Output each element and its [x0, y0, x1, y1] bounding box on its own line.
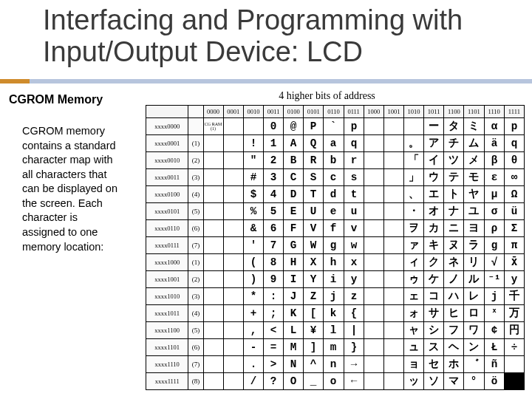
char-cell: 2 [264, 152, 284, 169]
char-cell: セ [424, 356, 444, 373]
char-cell: ト [444, 186, 464, 203]
char-cell [383, 169, 403, 186]
char-cell [203, 186, 223, 203]
char-cell [203, 237, 223, 254]
char-cell: ヲ [403, 220, 423, 237]
char-cell: N [284, 356, 304, 373]
row-header: xxxx0101 [146, 203, 188, 220]
char-cell [383, 339, 403, 356]
char-cell: ¥ [304, 322, 324, 339]
char-cell [364, 169, 383, 186]
char-cell: M [284, 339, 304, 356]
char-cell [223, 339, 243, 356]
char-cell: g [484, 237, 504, 254]
char-cell: キ [424, 237, 444, 254]
char-cell: ス [424, 339, 444, 356]
char-cell [364, 373, 383, 390]
char-cell: - [243, 339, 263, 356]
char-cell: / [243, 373, 263, 390]
title-rule [0, 77, 532, 86]
char-cell: 」 [403, 169, 423, 186]
char-cell: 8 [264, 254, 284, 271]
char-cell [223, 288, 243, 305]
col-header: 1100 [444, 106, 464, 118]
char-cell: ォ [403, 305, 423, 322]
char-cell: ハ [444, 288, 464, 305]
char-cell: ; [264, 305, 284, 322]
char-cell [223, 254, 243, 271]
char-cell [203, 373, 223, 390]
char-cell: s [344, 169, 364, 186]
char-cell: ∞ [504, 169, 524, 186]
char-cell: Z [304, 288, 324, 305]
char-cell: P [304, 118, 324, 135]
char-cell: ミ [464, 118, 484, 135]
char-cell: _ [304, 373, 324, 390]
char-cell: z [344, 288, 364, 305]
char-cell: T [304, 186, 324, 203]
char-cell: j [484, 288, 504, 305]
row-index: (7) [188, 237, 203, 254]
char-cell: タ [444, 118, 464, 135]
char-cell: * [243, 288, 263, 305]
col-header: 1001 [383, 106, 403, 118]
char-cell [223, 237, 243, 254]
row-index: (3) [188, 169, 203, 186]
char-cell: m [324, 339, 344, 356]
col-header: 0001 [223, 106, 243, 118]
char-cell [223, 220, 243, 237]
char-cell: i [324, 271, 344, 288]
char-cell [383, 220, 403, 237]
char-cell [223, 135, 243, 152]
col-header: 1010 [403, 106, 423, 118]
row-header: xxxx1000 [146, 254, 188, 271]
char-cell [383, 152, 403, 169]
char-cell: ^ [304, 356, 324, 373]
char-cell [203, 254, 223, 271]
slide: Interfacing and Programming with Input/O… [0, 0, 532, 399]
char-cell: < [264, 322, 284, 339]
col-header: 1000 [364, 106, 383, 118]
char-cell [203, 339, 223, 356]
char-cell: p [504, 118, 524, 135]
row-header: xxxx1010 [146, 288, 188, 305]
char-cell: ) [243, 271, 263, 288]
char-cell [203, 322, 223, 339]
char-cell: o [324, 373, 344, 390]
char-cell: l [324, 322, 344, 339]
char-cell [383, 356, 403, 373]
char-cell [383, 305, 403, 322]
char-cell [243, 118, 263, 135]
char-cell: I [284, 271, 304, 288]
row-header: xxxx0010 [146, 152, 188, 169]
char-cell: ヨ [464, 220, 484, 237]
char-cell: π [504, 237, 524, 254]
char-cell: μ [484, 186, 504, 203]
char-cell: ヤ [464, 186, 484, 203]
char-cell: ヌ [444, 237, 464, 254]
row-index [188, 118, 203, 135]
char-cell: オ [424, 203, 444, 220]
char-cell: y [344, 271, 364, 288]
char-cell: b [324, 152, 344, 169]
char-cell: B [284, 152, 304, 169]
title-rule-line [30, 79, 532, 83]
char-cell: r [344, 152, 364, 169]
row-header: xxxx1111 [146, 373, 188, 390]
char-cell: ヘ [444, 339, 464, 356]
char-cell: D [284, 186, 304, 203]
char-cell: @ [284, 118, 304, 135]
char-cell: . [243, 356, 263, 373]
char-cell [223, 271, 243, 288]
char-cell: j [324, 288, 344, 305]
char-cell: ア [424, 135, 444, 152]
char-cell: シ [424, 322, 444, 339]
char-cell: 1 [264, 135, 284, 152]
row-index: (2) [188, 152, 203, 169]
char-cell [223, 118, 243, 135]
col-header: 0100 [284, 106, 304, 118]
char-cell: ← [344, 373, 364, 390]
char-cell: Σ [504, 220, 524, 237]
row-index: (3) [188, 288, 203, 305]
char-cell: a [324, 135, 344, 152]
